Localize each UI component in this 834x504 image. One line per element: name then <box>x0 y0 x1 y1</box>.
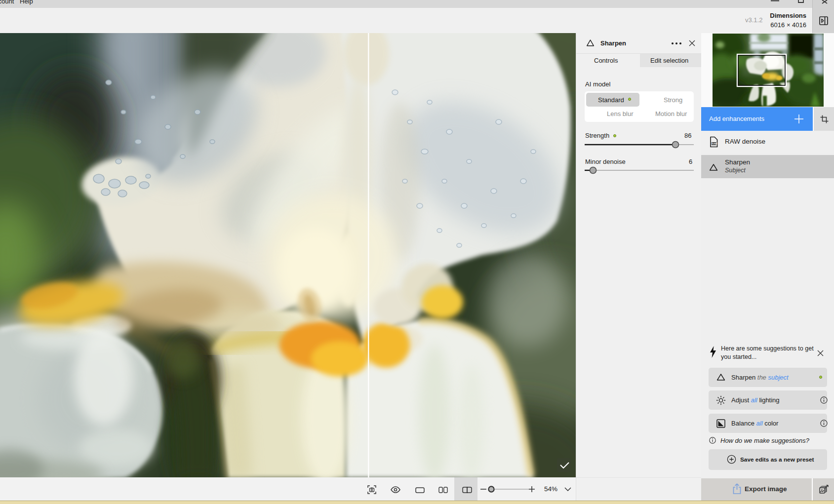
svg-text:RAW: RAW <box>712 143 717 145</box>
